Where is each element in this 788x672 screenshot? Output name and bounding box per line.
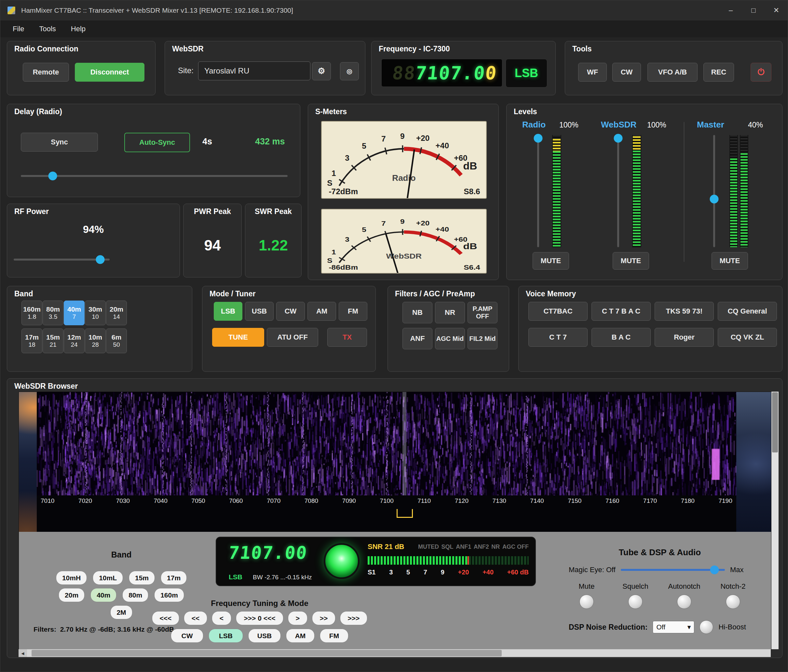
radio-mute-button[interactable]: MUTE xyxy=(532,252,569,270)
magic-eye-slider-handle[interactable] xyxy=(710,566,719,574)
rf-power-slider[interactable] xyxy=(14,259,110,261)
menu-item-help[interactable]: Help xyxy=(68,24,89,35)
mute-toggle[interactable] xyxy=(580,594,594,609)
websdr-mode-lsb[interactable]: LSB xyxy=(208,629,243,643)
magic-eye-slider[interactable] xyxy=(621,569,725,571)
site-select[interactable]: Yaroslavl RU xyxy=(198,62,310,80)
websdr-level-slider[interactable] xyxy=(617,135,619,247)
websdr-level-slider-handle[interactable] xyxy=(614,134,623,143)
group-title: Radio Connection xyxy=(14,44,78,53)
tune-down-1-button[interactable]: < xyxy=(212,611,231,625)
anf-button[interactable]: ANF xyxy=(402,328,432,350)
band-button-40m[interactable]: 40m7 xyxy=(64,300,84,325)
waterfall-button[interactable]: WF xyxy=(578,63,607,82)
mode-usb-button[interactable]: USB xyxy=(245,302,273,321)
band-button-15m[interactable]: 15m21 xyxy=(43,329,64,353)
autonotch-toggle[interactable] xyxy=(677,594,691,609)
site-settings-button[interactable]: ⚙ xyxy=(312,62,331,80)
tune-up-2-button[interactable]: >> xyxy=(312,611,335,625)
remote-button[interactable]: Remote xyxy=(23,63,69,82)
websdr-band-10mL[interactable]: 10mL xyxy=(93,571,123,585)
browser-horizontal-scrollbar-thumb[interactable] xyxy=(32,650,502,656)
tune-up-3-button[interactable]: >>> xyxy=(340,611,367,625)
browser-vertical-scrollbar-thumb[interactable] xyxy=(772,392,778,453)
tune-button[interactable]: TUNE xyxy=(212,328,264,347)
atu-off-button[interactable]: ATU OFF xyxy=(267,328,318,347)
passband-marker[interactable] xyxy=(397,509,413,518)
websdr-band-80m[interactable]: 80m xyxy=(122,588,148,602)
voice-memory-1[interactable]: CT7BAC xyxy=(528,302,588,321)
mode-indicator: LSB xyxy=(505,59,547,87)
preamp-button[interactable]: P.AMP OFF xyxy=(467,302,497,323)
master-level-slider-handle[interactable] xyxy=(710,194,719,203)
menu-item-tools[interactable]: Tools xyxy=(36,24,59,35)
dsp-nr-select[interactable]: Off ▾ xyxy=(653,621,694,633)
close-button[interactable]: ✕ xyxy=(765,0,788,21)
band-button-6m[interactable]: 6m50 xyxy=(106,329,127,353)
master-level-slider[interactable] xyxy=(713,135,715,247)
websdr-mode-cw[interactable]: CW xyxy=(171,629,203,643)
rf-power-slider-handle[interactable] xyxy=(96,255,105,264)
waterfall-spectrogram[interactable] xyxy=(37,392,736,496)
band-button-12m[interactable]: 12m24 xyxy=(64,329,84,353)
voice-memory-5[interactable]: C T 7 xyxy=(528,328,588,347)
delay-slider-handle[interactable] xyxy=(48,172,57,181)
auto-sync-button[interactable]: Auto-Sync xyxy=(124,133,190,152)
websdr-mode-usb[interactable]: USB xyxy=(248,629,281,643)
band-button-160m[interactable]: 160m1.8 xyxy=(21,300,42,325)
vfo-ab-button[interactable]: VFO A/B xyxy=(647,63,697,82)
minimize-button[interactable]: – xyxy=(719,0,742,21)
mode-fm-button[interactable]: FM xyxy=(339,302,367,321)
tune-down-3-button[interactable]: <<< xyxy=(152,611,179,625)
radio-level-slider[interactable] xyxy=(537,135,539,247)
squelch-toggle[interactable] xyxy=(628,594,643,609)
nb-button[interactable]: NB xyxy=(402,302,432,323)
voice-memory-3[interactable]: TKS 59 73! xyxy=(655,302,714,321)
disconnect-button[interactable]: Disconnect xyxy=(75,63,145,82)
tx-button[interactable]: TX xyxy=(327,328,367,347)
hi-boost-toggle[interactable] xyxy=(699,620,713,634)
menu-item-file[interactable]: File xyxy=(10,24,27,35)
band-button-80m[interactable]: 80m3.5 xyxy=(43,300,64,325)
websdr-mute-button[interactable]: MUTE xyxy=(613,252,649,270)
mode-am-button[interactable]: AM xyxy=(307,302,336,321)
scroll-left-arrow-icon[interactable]: ◄ xyxy=(19,649,27,657)
maximize-button[interactable]: □ xyxy=(742,0,765,21)
websdr-band-2M[interactable]: 2M xyxy=(110,605,132,619)
websdr-mode-fm[interactable]: FM xyxy=(320,629,348,643)
websdr-band-10mH[interactable]: 10mH xyxy=(56,571,87,585)
browser-vertical-scrollbar[interactable] xyxy=(771,392,778,649)
site-scan-button[interactable]: ◎ xyxy=(340,62,359,80)
delay-slider[interactable] xyxy=(21,175,288,177)
mode-cw-button[interactable]: CW xyxy=(276,302,305,321)
tune-down-2-button[interactable]: << xyxy=(184,611,207,625)
master-mute-button[interactable]: MUTE xyxy=(712,252,748,270)
radio-level-slider-handle[interactable] xyxy=(534,134,543,143)
band-button-20m[interactable]: 20m14 xyxy=(106,300,127,325)
voice-memory-2[interactable]: C T 7 B A C xyxy=(591,302,651,321)
voice-memory-7[interactable]: Roger xyxy=(655,328,714,347)
websdr-band-20m[interactable]: 20m xyxy=(59,588,84,602)
band-button-10m[interactable]: 10m28 xyxy=(85,329,106,353)
browser-horizontal-scrollbar[interactable]: ◄ xyxy=(19,649,771,657)
voice-memory-4[interactable]: CQ General xyxy=(718,302,777,321)
tune-up-1-button[interactable]: > xyxy=(288,611,307,625)
agc-button[interactable]: AGC Mid xyxy=(435,328,465,350)
websdr-band-15m[interactable]: 15m xyxy=(129,571,155,585)
group-title: Mode / Tuner xyxy=(210,289,256,298)
mode-lsb-button[interactable]: LSB xyxy=(214,302,242,321)
fil2-button[interactable]: FIL2 Mid xyxy=(467,328,497,350)
nr-button[interactable]: NR xyxy=(435,302,465,323)
power-button[interactable]: ⏻ xyxy=(751,63,771,82)
voice-memory-8[interactable]: CQ VK ZL xyxy=(718,328,777,347)
cw-tool-button[interactable]: CW xyxy=(612,63,641,82)
sync-button[interactable]: Sync xyxy=(21,133,98,152)
tune-center-button[interactable]: >>> 0 <<< xyxy=(236,611,283,625)
band-button-30m[interactable]: 30m10 xyxy=(85,300,106,325)
band-button-17m[interactable]: 17m18 xyxy=(21,329,42,353)
websdr-band-40m[interactable]: 40m xyxy=(91,588,116,602)
rec-button[interactable]: REC xyxy=(704,63,734,82)
voice-memory-6[interactable]: B A C xyxy=(591,328,651,347)
websdr-mode-am[interactable]: AM xyxy=(286,629,315,643)
notch2-toggle[interactable] xyxy=(726,594,740,609)
